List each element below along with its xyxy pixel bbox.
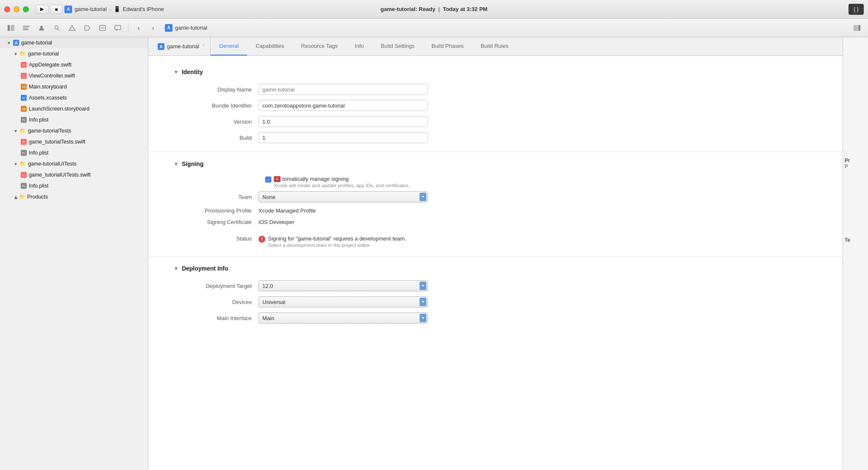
auto-manage-row: ✓ A tomatically manage signing Xcode wil… [265, 176, 817, 188]
swift-icon-2: S [20, 72, 27, 79]
sidebar-item-infoplist-2[interactable]: PL Info.plist [0, 147, 148, 158]
devices-select[interactable]: Universal iPhone iPad [259, 296, 428, 307]
plist-icon-1: PL [20, 116, 27, 123]
swift-icon-4: S [20, 171, 27, 178]
sidebar-item-launchscreen[interactable]: SB LaunchScreen.storyboard [0, 103, 148, 114]
deployment-target-row: Deployment Target 12.0 [174, 280, 817, 291]
signing-title: Signing [182, 160, 203, 167]
device-name[interactable]: Edward's iPhone [123, 6, 164, 12]
storyboard-icon-2: SB [20, 105, 27, 112]
tab-build-phases[interactable]: Build Phases [423, 37, 472, 55]
maximize-button[interactable] [23, 6, 29, 12]
inspector-toggle-button[interactable] [850, 22, 864, 34]
status-text: game-tutorial: Ready [381, 6, 435, 12]
version-input[interactable] [259, 116, 428, 127]
disclosure-group-2: ▼ [14, 129, 18, 133]
svg-line-7 [58, 29, 60, 30]
sidebar-item-infoplist-3[interactable]: PL Info.plist [0, 180, 148, 191]
file-path-text[interactable]: game-tutorial [175, 25, 207, 31]
right-panel: Pr P Te [843, 37, 868, 470]
team-label: Team [174, 194, 259, 200]
display-name-input[interactable] [259, 84, 428, 95]
plist-icon-3: PL [20, 182, 27, 189]
build-input[interactable] [259, 132, 428, 143]
close-button[interactable] [4, 6, 10, 12]
sidebar-group-tests[interactable]: ▼ 📁 game-tutorialTests [0, 125, 148, 136]
tab-resource-tags[interactable]: Resource Tags [292, 37, 346, 55]
build-label: Build [174, 135, 259, 141]
main-layout: ▼ A game-tutorial ▼ 📁 game-tutorial S Ap… [0, 37, 868, 470]
swift-icon-1: S [20, 61, 27, 68]
deployment-section-header[interactable]: ▼ Deployment Info [174, 265, 817, 272]
sidebar-file-label: AppDelegate.swift [29, 62, 72, 68]
svg-text:PL: PL [22, 152, 26, 155]
sidebar-item-appdelegate[interactable]: S AppDelegate.swift [0, 59, 148, 70]
auto-manage-label-area: A tomatically manage signing Xcode will … [274, 176, 410, 188]
sidebar-item-uitests-swift[interactable]: S game_tutorialUITests.swift [0, 169, 148, 180]
stop-button[interactable]: ■ [50, 5, 63, 14]
signing-section-header[interactable]: ▼ Signing [174, 160, 817, 167]
project-icon: A [13, 39, 19, 46]
sidebar-item-viewcontroller[interactable]: S ViewController.swift [0, 70, 148, 81]
comment-button[interactable] [111, 22, 125, 34]
auto-manage-checkbox[interactable]: ✓ [265, 177, 271, 182]
sidebar-item-mainstoryboard[interactable]: SB Main.storyboard [0, 81, 148, 92]
sidebar-item-assets[interactable]: XC Assets.xcassets [0, 92, 148, 103]
tab-info[interactable]: Info [346, 37, 373, 55]
sidebar-root-item[interactable]: ▼ A game-tutorial [0, 37, 148, 48]
folder-icon-4: 📁 [19, 194, 25, 200]
deployment-target-select-wrapper: 12.0 [259, 280, 428, 291]
nav-back-button[interactable]: ‹ [132, 22, 145, 34]
svg-text:!: ! [71, 27, 72, 30]
disclosure-group-1: ▼ [14, 52, 18, 56]
sidebar-group-uitests[interactable]: ▼ 📁 game-tutorialUITests [0, 158, 148, 169]
sidebar-group-game-tutorial[interactable]: ▼ 📁 game-tutorial [0, 48, 148, 59]
content-area: A game-tutorial ⌃ General Capabilities R… [148, 37, 843, 470]
nav-forward-button[interactable]: › [146, 22, 160, 34]
folder-icon-2: 📁 [19, 127, 26, 134]
team-select[interactable]: None [259, 191, 428, 202]
sidebar-item-infoplist-1[interactable]: PL Info.plist [0, 114, 148, 125]
deployment-title: Deployment Info [182, 265, 228, 272]
tab-info-label: Info [355, 43, 364, 49]
main-interface-row: Main Interface Main [174, 312, 817, 323]
navigator-toggle-button[interactable] [4, 22, 18, 34]
project-name[interactable]: game-tutorial [75, 6, 107, 12]
bundle-id-row: Bundle Identifier [174, 100, 817, 111]
storyboard-icon-1: SB [20, 83, 27, 90]
tab-build-rules[interactable]: Build Rules [472, 37, 517, 55]
bundle-id-input[interactable] [259, 100, 428, 111]
tab-build-settings[interactable]: Build Settings [373, 37, 423, 55]
svg-rect-1 [11, 25, 14, 31]
sidebar-group-products[interactable]: ▶ 📁 Products [0, 191, 148, 202]
status-display: game-tutorial: Ready | Today at 3:32 PM [381, 6, 487, 12]
search-button[interactable] [50, 22, 64, 34]
tab-general[interactable]: General [211, 37, 247, 55]
signing-arrow: ▼ [174, 161, 178, 166]
identity-section-header[interactable]: ▼ Identity [174, 69, 817, 75]
simulate-button[interactable] [96, 22, 109, 34]
project-selector[interactable]: A game-tutorial ⌃ [153, 37, 211, 55]
svg-text:S: S [22, 140, 25, 144]
sidebar-group-label-4: Products [27, 194, 48, 200]
run-button[interactable]: ▶ [36, 5, 48, 14]
tab-capabilities[interactable]: Capabilities [247, 37, 292, 55]
svg-text:S: S [22, 63, 25, 67]
jump-bar-button[interactable] [19, 22, 33, 34]
main-interface-select-wrapper: Main [259, 312, 428, 323]
minimize-button[interactable] [14, 6, 19, 12]
nav-buttons: ‹ › [132, 22, 160, 34]
code-snippet-button[interactable]: { } [849, 4, 864, 15]
xcassets-icon: XC [20, 94, 27, 101]
svg-text:SB: SB [22, 108, 26, 111]
project-xcode-icon: A [158, 43, 164, 50]
traffic-lights [4, 6, 29, 12]
deployment-target-select[interactable]: 12.0 [259, 280, 428, 291]
main-interface-select[interactable]: Main [259, 312, 428, 323]
breakpoint-button[interactable] [81, 22, 94, 34]
sidebar-item-tests-swift[interactable]: S game_tutorialTests.swift [0, 136, 148, 147]
warning-button[interactable]: ! [65, 22, 79, 34]
authors-button[interactable] [35, 22, 48, 34]
error-main-text: Signing for "game-tutorial" requires a d… [268, 235, 406, 242]
devices-select-wrapper: Universal iPhone iPad [259, 296, 428, 307]
